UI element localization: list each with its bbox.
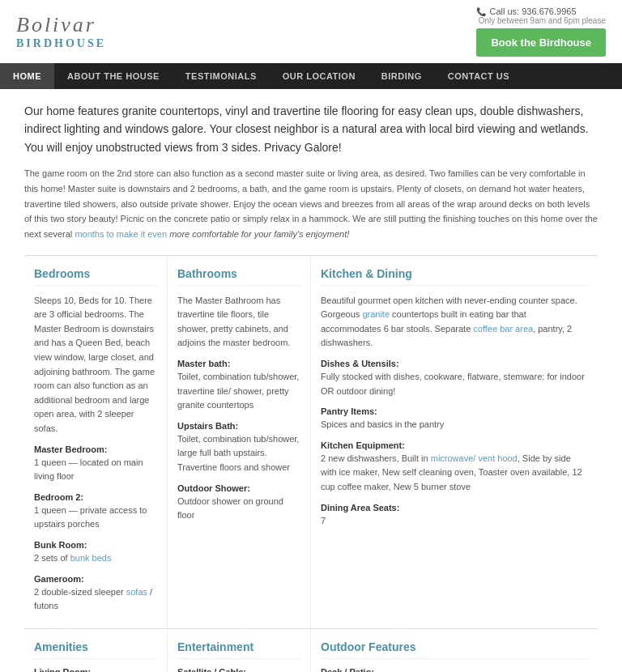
bedroom-game-heading: Gameroom:	[34, 574, 157, 584]
bedrooms-col: Bedrooms Sleeps 10, Beds for 10. There a…	[24, 256, 168, 628]
bedroom-master-heading: Master Bedroom:	[34, 444, 157, 454]
intro-body: The game room on the 2nd store can also …	[24, 166, 598, 241]
amenities-title: Amenities	[34, 640, 157, 659]
outdoor-title: Outdoor Features	[321, 640, 588, 659]
bedroom-bunk-heading: Bunk Room:	[34, 540, 157, 550]
kitchen-dishes-heading: Dishes & Utensils:	[321, 359, 588, 368]
bedroom-2-text: 1 queen — private access to upstairs por…	[34, 504, 157, 532]
ent-cable-heading: Satellite / Cable:	[177, 667, 300, 672]
amenity-livingroom-heading: Living Room:	[34, 667, 157, 672]
kitchen-intro: Beautiful gourmet open kitchen with neve…	[321, 294, 588, 351]
bath-outdoor-text: Outdoor shower on ground floor	[177, 495, 300, 523]
features-grid-row2: Amenities Living Room: We have an open c…	[24, 628, 598, 672]
bunk-beds-link[interactable]: bunk beds	[70, 553, 112, 563]
bedrooms-intro: Sleeps 10, Beds for 10. There are 3 offi…	[34, 294, 157, 436]
kitchen-dining-text: 7	[321, 514, 588, 529]
coffee-bar-link[interactable]: coffee bar area	[473, 324, 533, 334]
entertainment-col: Entertainment Satellite / Cable: Our TV …	[168, 629, 311, 672]
features-grid-row1: Bedrooms Sleeps 10, Beds for 10. There a…	[24, 255, 598, 628]
logo: Bolivar BIRDHOUSE	[16, 13, 106, 50]
kitchen-pantry-heading: Pantry Items:	[321, 406, 588, 416]
intro-bold: Our home features granite countertops, v…	[24, 102, 598, 156]
phone-number: 📞 Call us: 936.676.9965	[476, 6, 606, 16]
sofas-link[interactable]: sofas	[126, 587, 147, 597]
kitchen-dishes-text: Fully stocked with dishes, cookware, fla…	[321, 370, 588, 398]
nav-birding[interactable]: BIRDING	[369, 63, 435, 89]
kitchen-equipment-text: 2 new dishwashers, Built in microwave/ v…	[321, 452, 588, 495]
main-nav: HOME ABOUT THE HOUSE TESTIMONIALS OUR LO…	[0, 63, 622, 89]
entertainment-title: Entertainment	[177, 640, 300, 659]
header: Bolivar BIRDHOUSE 📞 Call us: 936.676.996…	[0, 0, 622, 63]
microwave-link[interactable]: microwave/ vent hood	[431, 453, 518, 463]
bathrooms-col: Bathrooms The Master Bathroom has traver…	[168, 256, 311, 628]
nav-contact[interactable]: CONTACT US	[435, 63, 522, 89]
bath-master-heading: Master bath:	[177, 359, 300, 368]
book-button[interactable]: Book the Birdhouse	[476, 28, 606, 57]
contact-area: 📞 Call us: 936.676.9965 Only between 9am…	[476, 6, 606, 57]
bath-upstairs-heading: Upstairs Bath:	[177, 421, 300, 431]
bathrooms-title: Bathrooms	[177, 267, 300, 286]
bathrooms-intro: The Master Bathroom has travertine tile …	[177, 294, 300, 351]
phone-note: Only between 9am and 6pm please	[476, 16, 606, 25]
months-link[interactable]: months to make it even	[75, 229, 167, 239]
logo-sub: BIRDHOUSE	[16, 37, 106, 50]
bedroom-game-text: 2 double-sized sleeper sofas / futons	[34, 585, 157, 614]
bedroom-master-text: 1 queen — located on main living floor	[34, 456, 157, 484]
phone-icon: 📞	[476, 7, 486, 16]
nav-location[interactable]: OUR LOCATION	[270, 63, 369, 89]
nav-about[interactable]: ABOUT THE HOUSE	[54, 63, 173, 89]
main-content: Our home features granite countertops, v…	[0, 89, 622, 672]
granite-link[interactable]: granite	[362, 309, 390, 319]
bath-master-text: Toilet, combination tub/shower, traverti…	[177, 370, 300, 413]
kitchen-equipment-heading: Kitchen Equipment:	[321, 440, 588, 450]
outdoor-col: Outdoor Features Deck / Patio: Wrap arou…	[311, 629, 598, 672]
bedroom-bunk-text: 2 sets of bunk beds	[34, 551, 157, 566]
kitchen-col: Kitchen & Dining Beautiful gourmet open …	[311, 256, 598, 628]
nav-testimonials[interactable]: TESTIMONIALS	[173, 63, 270, 89]
bath-upstairs-text: Toilet, combination tub/shower, large fu…	[177, 432, 300, 475]
bath-outdoor-heading: Outdoor Shower:	[177, 483, 300, 493]
kitchen-dining-heading: Dining Area Seats:	[321, 503, 588, 513]
bedroom-2-heading: Bedroom 2:	[34, 492, 157, 502]
kitchen-pantry-text: Spices and basics in the pantry	[321, 418, 588, 432]
nav-home[interactable]: HOME	[0, 63, 54, 89]
bedrooms-title: Bedrooms	[34, 267, 157, 286]
amenities-col: Amenities Living Room: We have an open c…	[24, 629, 168, 672]
kitchen-title: Kitchen & Dining	[321, 267, 588, 286]
outdoor-deck-heading: Deck / Patio:	[321, 667, 588, 672]
